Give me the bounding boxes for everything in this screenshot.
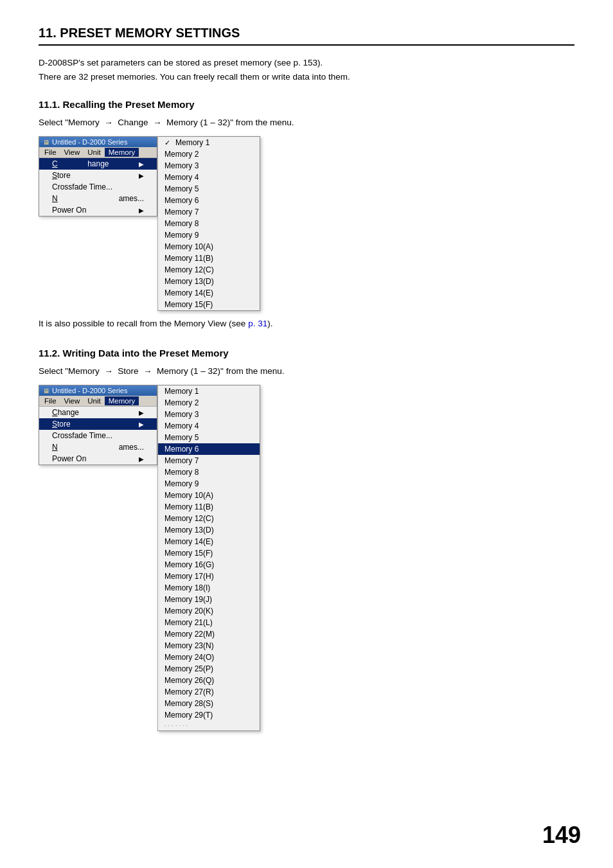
store-memory-19[interactable]: Memory 19(J) bbox=[158, 594, 260, 605]
store-memory-10[interactable]: Memory 10(A) bbox=[158, 490, 260, 501]
recall-memory-11[interactable]: Memory 11(B) bbox=[158, 252, 260, 264]
recall-memory-12[interactable]: Memory 12(C) bbox=[158, 264, 260, 276]
section-description: D-2008SP's set parameters can be stored … bbox=[39, 56, 574, 84]
recall-memory-6[interactable]: Memory 6 bbox=[158, 195, 260, 206]
store-menu-screenshot: 🖥 Untitled - D-2000 Series File View Uni… bbox=[39, 385, 574, 731]
store-memory-22[interactable]: Memory 22(M) bbox=[158, 628, 260, 640]
store-memory-17[interactable]: Memory 17(H) bbox=[158, 571, 260, 582]
menu-bar: File View Unit Memory bbox=[39, 147, 157, 158]
store-memory-9[interactable]: Memory 9 bbox=[158, 478, 260, 490]
store-memory-23[interactable]: Memory 23(N) bbox=[158, 640, 260, 651]
page-number: 149 bbox=[542, 822, 581, 849]
store-memory-24[interactable]: Memory 24(O) bbox=[158, 651, 260, 663]
recall-memory-list: Memory 1 Memory 2 Memory 3 Memory 4 Memo… bbox=[157, 136, 260, 311]
store-menu-item-crossfade[interactable]: Crossfade Time... bbox=[39, 430, 157, 441]
store-memory-8[interactable]: Memory 8 bbox=[158, 466, 260, 478]
store-memory-6[interactable]: Memory 6 bbox=[158, 443, 260, 455]
store-memory-14[interactable]: Memory 14(E) bbox=[158, 536, 260, 547]
store-menubar-unit: Unit bbox=[84, 396, 104, 405]
store-memory-4[interactable]: Memory 4 bbox=[158, 420, 260, 432]
store-menubar-memory: Memory bbox=[105, 396, 139, 405]
menubar-unit: Unit bbox=[84, 148, 104, 157]
store-memory-list: Memory 1 Memory 2 Memory 3 Memory 4 Memo… bbox=[157, 385, 260, 731]
section-1-after-note: It is also possible to recall from the M… bbox=[39, 319, 574, 328]
window-title-text: Untitled - D-2000 Series bbox=[52, 138, 127, 146]
store-menu-item-poweron[interactable]: Power On ▶ bbox=[39, 453, 157, 465]
page-title: 11. PRESET MEMORY SETTINGS bbox=[39, 26, 574, 46]
store-menu-item-store[interactable]: Store ▶ bbox=[39, 418, 157, 430]
store-menubar-file: File bbox=[40, 396, 60, 405]
store-menu-left-panel: 🖥 Untitled - D-2000 Series File View Uni… bbox=[39, 385, 157, 465]
recall-memory-7[interactable]: Memory 7 bbox=[158, 206, 260, 218]
menubar-view: View bbox=[60, 148, 84, 157]
menu-left-panel: 🖥 Untitled - D-2000 Series File View Uni… bbox=[39, 136, 157, 217]
section-2-instruction: Select "Memory → Store → Memory (1 – 32)… bbox=[39, 366, 574, 376]
store-memory-26[interactable]: Memory 26(Q) bbox=[158, 675, 260, 686]
store-memory-2[interactable]: Memory 2 bbox=[158, 397, 260, 409]
recall-memory-9[interactable]: Memory 9 bbox=[158, 229, 260, 241]
recall-memory-15[interactable]: Memory 15(F) bbox=[158, 299, 260, 310]
store-memory-13[interactable]: Memory 13(D) bbox=[158, 524, 260, 536]
recall-memory-10[interactable]: Memory 10(A) bbox=[158, 241, 260, 252]
store-memory-15[interactable]: Memory 15(F) bbox=[158, 547, 260, 559]
menu-item-names[interactable]: Names... bbox=[39, 193, 157, 204]
store-memory-18[interactable]: Memory 18(I) bbox=[158, 582, 260, 594]
store-menu-item-change[interactable]: Change ▶ bbox=[39, 407, 157, 418]
store-memory-25[interactable]: Memory 25(P) bbox=[158, 663, 260, 675]
link-p31[interactable]: p. 31 bbox=[248, 319, 267, 328]
section-2-heading: 11.2. Writing Data into the Preset Memor… bbox=[39, 348, 574, 359]
store-window-title-text: Untitled - D-2000 Series bbox=[52, 387, 127, 394]
recall-memory-5[interactable]: Memory 5 bbox=[158, 183, 260, 195]
store-memory-more: · · · · · · · bbox=[158, 721, 260, 731]
menu-item-change[interactable]: Change ▶ bbox=[39, 158, 157, 170]
store-memory-1[interactable]: Memory 1 bbox=[158, 385, 260, 397]
store-menu-bar: File View Unit Memory bbox=[39, 396, 157, 407]
menu-item-crossfade[interactable]: Crossfade Time... bbox=[39, 181, 157, 193]
menubar-file: File bbox=[40, 148, 60, 157]
store-memory-29[interactable]: Memory 29(T) bbox=[158, 709, 260, 721]
recall-memory-3[interactable]: Memory 3 bbox=[158, 160, 260, 172]
menubar-memory: Memory bbox=[105, 148, 139, 157]
section-1-heading: 11.1. Recalling the Preset Memory bbox=[39, 99, 574, 110]
recall-memory-13[interactable]: Memory 13(D) bbox=[158, 276, 260, 287]
store-memory-5[interactable]: Memory 5 bbox=[158, 432, 260, 443]
section-1-instruction: Select "Memory → Change → Memory (1 – 32… bbox=[39, 118, 574, 127]
store-memory-12[interactable]: Memory 12(C) bbox=[158, 513, 260, 524]
recall-memory-4[interactable]: Memory 4 bbox=[158, 172, 260, 183]
store-window-titlebar: 🖥 Untitled - D-2000 Series bbox=[39, 385, 157, 396]
recall-menu-screenshot: 🖥 Untitled - D-2000 Series File View Uni… bbox=[39, 136, 574, 311]
recall-memory-14[interactable]: Memory 14(E) bbox=[158, 287, 260, 299]
store-memory-7[interactable]: Memory 7 bbox=[158, 455, 260, 466]
store-memory-3[interactable]: Memory 3 bbox=[158, 409, 260, 420]
store-menu-item-names[interactable]: Names... bbox=[39, 441, 157, 453]
store-memory-28[interactable]: Memory 28(S) bbox=[158, 698, 260, 709]
store-memory-20[interactable]: Memory 20(K) bbox=[158, 605, 260, 617]
menu-item-store[interactable]: Store ▶ bbox=[39, 170, 157, 181]
store-menubar-view: View bbox=[60, 396, 84, 405]
menu-item-poweron[interactable]: Power On ▶ bbox=[39, 204, 157, 216]
store-memory-21[interactable]: Memory 21(L) bbox=[158, 617, 260, 628]
store-memory-11[interactable]: Memory 11(B) bbox=[158, 501, 260, 513]
store-memory-16[interactable]: Memory 16(G) bbox=[158, 559, 260, 571]
recall-memory-2[interactable]: Memory 2 bbox=[158, 148, 260, 160]
recall-memory-8[interactable]: Memory 8 bbox=[158, 218, 260, 229]
recall-memory-1[interactable]: Memory 1 bbox=[158, 137, 260, 148]
window-titlebar: 🖥 Untitled - D-2000 Series bbox=[39, 137, 157, 147]
store-memory-27[interactable]: Memory 27(R) bbox=[158, 686, 260, 698]
